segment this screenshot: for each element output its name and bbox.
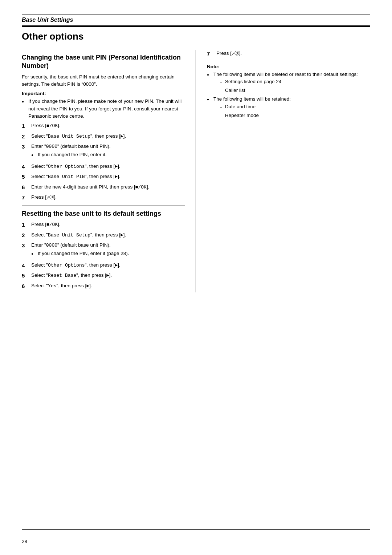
s2-step-4-arrow: ► — [115, 263, 118, 268]
step-6-content: Enter the new 4-digit base unit PIN, the… — [31, 183, 185, 191]
col-left: Changing the base unit PIN (Personal Ide… — [22, 50, 196, 292]
note-bullet-1: The following items will be deleted or r… — [207, 71, 370, 94]
s2-step-5-code: Reset Base — [48, 273, 76, 278]
step-2-content: Select "Base Unit Setup", then press [►]… — [31, 133, 185, 140]
step-2-code: Base Unit Setup — [48, 134, 90, 139]
page: Base Unit Settings Other options Changin… — [0, 0, 392, 555]
s2-step-6-num: 6 — [22, 282, 30, 291]
step-3: 3 Enter "0000" (default base unit PIN). … — [22, 143, 185, 161]
s2-step-3-num: 3 — [22, 242, 30, 250]
step-2-num: 2 — [22, 133, 30, 141]
s2-step-5-num: 5 — [22, 272, 30, 280]
dash-1-2: Caller list — [220, 87, 370, 94]
step-5-num: 5 — [22, 173, 30, 181]
s2-step-4-num: 4 — [22, 262, 30, 270]
step-4-content: Select "Other Options", then press [►]. — [31, 163, 185, 170]
page-footer: 28 — [22, 539, 27, 544]
s2-step-6: 6 Select "Yes", then press [►]. — [22, 282, 185, 291]
header-rule — [22, 15, 370, 15]
s2-step-3: 3 Enter "0000" (default base unit PIN). … — [22, 242, 185, 259]
step-5-content: Select "Base Unit PIN", then press [►]. — [31, 173, 185, 181]
s2-step-3-sub-1: If you changed the PIN, enter it (page 2… — [31, 250, 185, 257]
s2-step-2-content: Select "Base Unit Setup", then press [►]… — [31, 231, 185, 239]
important-bullet-1: If you change the PIN, please make note … — [22, 98, 185, 120]
s2-step-3-sub: If you changed the PIN, enter it (page 2… — [31, 250, 185, 257]
s2-step-4: 4 Select "Other Options", then press [►]… — [22, 262, 185, 270]
step-7-num: 7 — [22, 194, 30, 202]
step-3-code: 0000 — [46, 144, 57, 149]
s2-step-1-content: Press [■/OK]. — [31, 221, 185, 228]
s2-step-3-content: Enter "0000" (default base unit PIN). If… — [31, 242, 185, 259]
s2-step-6-content: Select "Yes", then press [►]. — [31, 282, 185, 290]
right-step-7-num: 7 — [207, 50, 215, 58]
col-right-steps: 7 Press [↗⓪]. — [207, 50, 370, 58]
s2-step-4-content: Select "Other Options", then press [►]. — [31, 262, 185, 269]
subsection2-steps: 1 Press [■/OK]. 2 Select "Base Unit Setu… — [22, 221, 185, 290]
step-6: 6 Enter the new 4-digit base unit PIN, t… — [22, 183, 185, 192]
s2-step-2-code: Base Unit Setup — [48, 232, 90, 238]
step-1: 1 Press [■/OK]. — [22, 122, 185, 130]
s2-step-4-code: Other Options — [48, 263, 85, 268]
s2-step-6-arrow: ► — [86, 283, 89, 289]
s2-step-6-code: Yes — [48, 283, 56, 289]
step-5: 5 Select "Base Unit PIN", then press [►]… — [22, 173, 185, 181]
step-1-num: 1 — [22, 122, 30, 130]
step-7-content: Press [↗⓪]. — [31, 194, 185, 201]
subsection1-steps: 1 Press [■/OK]. 2 Select "Base Unit Setu… — [22, 122, 185, 202]
note-bullets: The following items will be deleted or r… — [207, 71, 370, 119]
col-right: 7 Press [↗⓪]. Note: The following items … — [196, 50, 370, 292]
footer-rule — [22, 529, 370, 530]
note-bullet-2-dashes: Date and time Repeater mode — [220, 103, 370, 119]
s2-step-3-code: 0000 — [46, 243, 57, 248]
step-3-sub-1: If you changed the PIN, enter it. — [31, 151, 185, 158]
note-bullet-2-text: The following items will be retained: — [213, 96, 291, 102]
dash-2-2: Repeater mode — [220, 112, 370, 119]
step-2: 2 Select "Base Unit Setup", then press [… — [22, 133, 185, 141]
s2-step-1: 1 Press [■/OK]. — [22, 221, 185, 229]
two-col-layout: Changing the base unit PIN (Personal Ide… — [22, 50, 370, 292]
note-bullet-2: The following items will be retained: Da… — [207, 96, 370, 119]
step-7-icon: ↗⓪ — [46, 195, 54, 200]
step-3-content: Enter "0000" (default base unit PIN). If… — [31, 143, 185, 161]
s2-step-2: 2 Select "Base Unit Setup", then press [… — [22, 231, 185, 240]
step-3-sub: If you changed the PIN, enter it. — [31, 151, 185, 158]
header-title: Base Unit Settings — [22, 17, 370, 23]
step-4-arrow: ► — [115, 164, 118, 169]
step-6-icon: ■/OK — [135, 185, 147, 190]
step-4: 4 Select "Other Options", then press [►]… — [22, 163, 185, 171]
important-bullets: If you change the PIN, please make note … — [22, 98, 185, 120]
thick-rule — [22, 25, 370, 27]
section-divider — [22, 46, 370, 46]
step-7: 7 Press [↗⓪]. — [22, 194, 185, 202]
subsection-divider-2 — [22, 206, 185, 206]
section-title: Other options — [22, 31, 370, 42]
s2-step-1-icon: ■/OK — [46, 222, 58, 227]
s2-step-5: 5 Select "Reset Base", then press [►]. — [22, 272, 185, 280]
step-1-icon: ■/OK — [46, 123, 58, 129]
s2-step-5-content: Select "Reset Base", then press [►]. — [31, 272, 185, 279]
step-2-arrow: ► — [121, 134, 123, 139]
note-bullet-1-text: The following items will be deleted or r… — [213, 72, 358, 77]
subsection1-body: For security, the base unit PIN must be … — [22, 73, 185, 88]
step-4-num: 4 — [22, 163, 30, 171]
dash-2-1: Date and time — [220, 103, 370, 110]
subsection2-title: Resetting the base unit to its default s… — [22, 210, 185, 218]
note-label: Note: — [207, 64, 370, 69]
step-5-arrow: ► — [115, 174, 118, 179]
s2-step-2-num: 2 — [22, 231, 30, 240]
step-3-num: 3 — [22, 143, 30, 151]
right-step-7-content: Press [↗⓪]. — [216, 50, 370, 57]
right-step-7-icon: ↗⓪ — [232, 51, 239, 56]
s2-step-1-num: 1 — [22, 221, 30, 229]
s2-step-5-arrow: ► — [106, 273, 109, 278]
dash-1-1: Settings listed on page 24 — [220, 78, 370, 85]
step-4-code: Other Options — [48, 164, 85, 169]
s2-step-2-arrow: ► — [121, 232, 123, 238]
subsection1-title: Changing the base unit PIN (Personal Ide… — [22, 53, 185, 70]
step-5-code: Base Unit PIN — [48, 174, 85, 179]
right-step-7: 7 Press [↗⓪]. — [207, 50, 370, 58]
important-label: Important: — [22, 91, 185, 96]
step-6-num: 6 — [22, 183, 30, 192]
step-1-content: Press [■/OK]. — [31, 122, 185, 130]
note-bullet-1-dashes: Settings listed on page 24 Caller list — [220, 78, 370, 94]
